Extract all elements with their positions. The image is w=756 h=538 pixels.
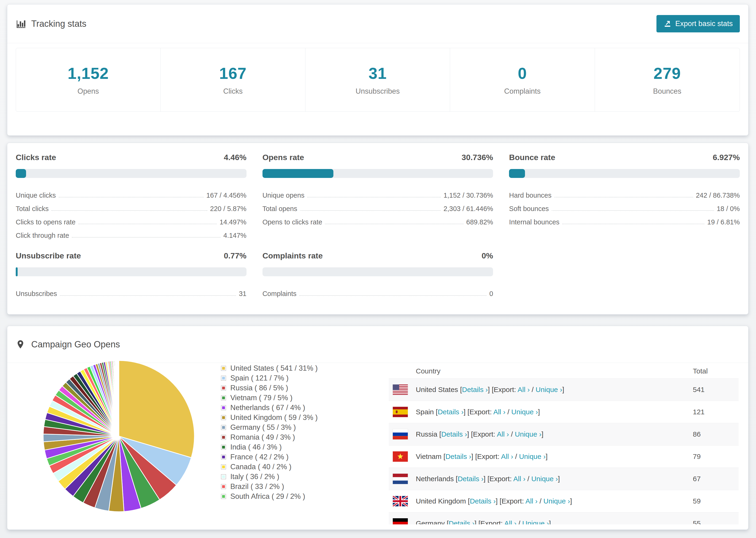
- rate-title: Complaints rate: [262, 251, 323, 260]
- rate-row-value: 14.497%: [220, 218, 246, 226]
- rate-title: Opens rate: [262, 153, 304, 162]
- legend-label: Spain ( 121 / 7% ): [230, 374, 289, 382]
- geo-row-germany: Germany [Details ›] [Export: All › / Uni…: [389, 512, 739, 524]
- details-link[interactable]: Details ›: [462, 386, 488, 394]
- stat-clicks: 167Clicks: [161, 48, 305, 112]
- rate-row-value: 0: [489, 290, 493, 297]
- country-column-header: Country: [416, 367, 441, 375]
- es-flag-icon: [393, 407, 408, 417]
- export-unique-link[interactable]: Unique ›: [531, 475, 558, 483]
- progress-track: [262, 169, 493, 178]
- rate-row-label: Unique clicks: [16, 191, 56, 199]
- progress-track: [16, 267, 246, 276]
- details-link[interactable]: Details ›: [470, 497, 496, 505]
- export-all-link[interactable]: All ›: [493, 408, 506, 416]
- dotted-leader: [325, 224, 463, 224]
- dotted-leader: [562, 224, 705, 224]
- legend-item-united-states: United States ( 541 / 31% ): [221, 363, 318, 373]
- legend-swatch: [221, 385, 226, 391]
- tracking-stats-card: Tracking stats Export basic stats 1,152O…: [7, 4, 748, 136]
- details-link[interactable]: Details ›: [445, 453, 471, 460]
- export-all-link[interactable]: All ›: [513, 475, 525, 483]
- rate-block-clicks-rate: Clicks rate4.46%Unique clicks167 / 4.456…: [16, 153, 246, 240]
- export-all-link[interactable]: All ›: [504, 519, 516, 524]
- dotted-leader: [59, 197, 203, 197]
- export-unique-link[interactable]: Unique ›: [519, 453, 546, 460]
- legend-swatch: [221, 474, 226, 479]
- export-all-link[interactable]: All ›: [518, 386, 530, 394]
- stat-label: Bounces: [653, 87, 681, 95]
- export-all-link[interactable]: All ›: [525, 497, 538, 505]
- legend-item-canada: Canada ( 40 / 2% ): [221, 462, 318, 472]
- export-all-link[interactable]: All ›: [497, 430, 509, 438]
- rate-head: Unsubscribe rate0.77%: [16, 251, 246, 260]
- tracking-stats-header: Tracking stats Export basic stats: [16, 4, 740, 43]
- legend-item-italy: Italy ( 36 / 2% ): [221, 472, 318, 482]
- legend-label: Romania ( 49 / 3% ): [230, 433, 295, 442]
- export-basic-stats-button[interactable]: Export basic stats: [657, 15, 740, 32]
- progress-track: [262, 267, 493, 276]
- progress-track: [509, 169, 740, 178]
- rate-block-unsubscribe-rate: Unsubscribe rate0.77%Unsubscribes31: [16, 251, 246, 297]
- dotted-leader: [552, 210, 714, 211]
- legend-label: South Africa ( 29 / 2% ): [230, 492, 305, 501]
- export-unique-link[interactable]: Unique ›: [512, 408, 538, 416]
- legend-swatch: [221, 445, 226, 450]
- vn-flag-icon: [393, 452, 408, 462]
- legend-swatch: [221, 366, 226, 371]
- export-unique-link[interactable]: Unique ›: [515, 430, 541, 438]
- rate-title: Clicks rate: [16, 153, 56, 162]
- rate-row: Complaints0: [262, 284, 493, 297]
- geo-content: United States ( 541 / 31% )Spain ( 121 /…: [16, 363, 740, 527]
- geo-row-total: 67: [693, 475, 701, 483]
- legend-item-netherlands: Netherlands ( 67 / 4% ): [221, 403, 318, 413]
- details-link[interactable]: Details ›: [441, 430, 467, 438]
- stat-label: Unsubscribes: [356, 87, 400, 95]
- rate-value: 0.77%: [224, 251, 246, 260]
- details-link[interactable]: Details ›: [458, 475, 483, 483]
- legend-label: Brazil ( 33 / 2% ): [230, 482, 284, 491]
- legend-swatch: [221, 415, 226, 420]
- rate-row: Soft bounces18 / 0%: [509, 199, 740, 213]
- export-unique-link[interactable]: Unique ›: [522, 519, 549, 524]
- dotted-leader: [300, 210, 441, 211]
- export-unique-link[interactable]: Unique ›: [536, 386, 562, 394]
- export-all-link[interactable]: All ›: [501, 453, 513, 460]
- rates-grid: Clicks rate4.46%Unique clicks167 / 4.456…: [16, 153, 740, 297]
- legend-label: Italy ( 36 / 2% ): [230, 472, 279, 481]
- stat-value: 279: [654, 64, 681, 82]
- rate-row-value: 242 / 86.738%: [696, 191, 740, 199]
- rate-row-label: Total opens: [262, 205, 297, 213]
- rate-row: Unique clicks167 / 4.456%: [16, 186, 246, 199]
- rate-value: 0%: [482, 251, 493, 260]
- rate-row-label: Soft bounces: [509, 205, 549, 213]
- legend-swatch: [221, 484, 226, 489]
- geo-row-text: Germany [Details ›] [Export: All › / Uni…: [416, 519, 551, 524]
- stat-label: Clicks: [223, 87, 243, 95]
- geo-row-total: 86: [693, 430, 701, 438]
- rate-row: Total opens2,303 / 61.446%: [262, 199, 493, 213]
- details-link[interactable]: Details ›: [449, 519, 474, 524]
- stat-label: Opens: [78, 87, 99, 95]
- details-link[interactable]: Details ›: [438, 408, 463, 416]
- rate-title: Unsubscribe rate: [16, 251, 81, 260]
- dotted-leader: [554, 197, 693, 197]
- rate-row-label: Complaints: [262, 290, 297, 297]
- stat-value: 0: [518, 64, 527, 82]
- legend-swatch: [221, 376, 226, 381]
- rate-row-value: 167 / 4.456%: [206, 191, 246, 199]
- progress-fill: [16, 267, 18, 276]
- geo-row-vietnam: Vietnam [Details ›] [Export: All › / Uni…: [389, 445, 739, 467]
- legend-label: Netherlands ( 67 / 4% ): [230, 404, 305, 412]
- rate-row: Clicks to opens rate14.497%: [16, 213, 246, 226]
- rate-head: Bounce rate6.927%: [509, 153, 740, 162]
- legend-swatch: [221, 494, 226, 499]
- legend-swatch: [221, 464, 226, 469]
- export-icon: [664, 20, 672, 28]
- rate-row-value: 689.82%: [466, 218, 493, 226]
- legend-item-france: France ( 42 / 2% ): [221, 452, 318, 462]
- rate-row-label: Clicks to opens rate: [16, 218, 76, 226]
- legend-swatch: [221, 435, 226, 440]
- export-unique-link[interactable]: Unique ›: [544, 497, 570, 505]
- rate-row: Click through rate4.147%: [16, 226, 246, 240]
